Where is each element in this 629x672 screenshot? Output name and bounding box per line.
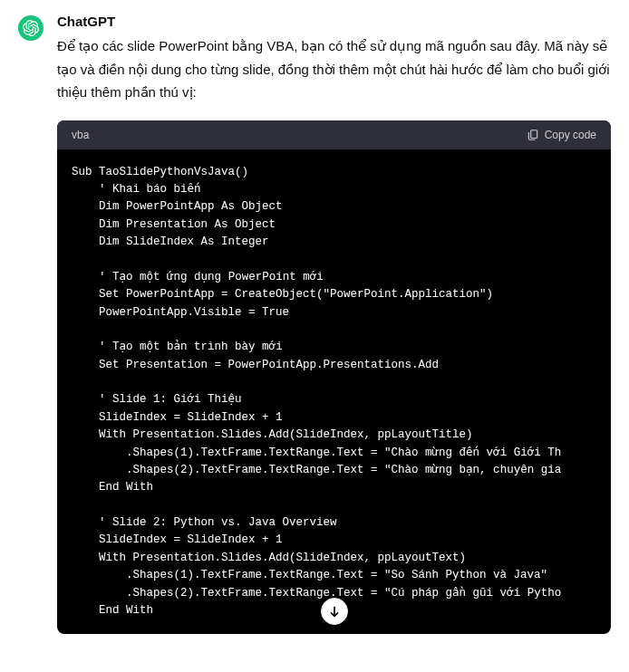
arrow-down-icon — [327, 604, 342, 619]
assistant-avatar — [18, 15, 44, 41]
message-content: ChatGPT Để tạo các slide PowerPoint bằng… — [57, 14, 611, 634]
copy-code-label: Copy code — [545, 129, 596, 141]
svg-rect-0 — [530, 130, 537, 138]
chatgpt-logo-icon — [23, 20, 39, 36]
clipboard-icon — [527, 129, 539, 141]
assistant-name: ChatGPT — [57, 14, 611, 29]
code-header: vba Copy code — [57, 120, 611, 149]
scroll-down-button[interactable] — [321, 598, 348, 625]
code-language-label: vba — [72, 129, 89, 141]
code-block: vba Copy code Sub TaoSlidePythonVsJava()… — [57, 120, 611, 635]
message-text: Để tạo các slide PowerPoint bằng VBA, bạ… — [57, 34, 611, 104]
code-content[interactable]: Sub TaoSlidePythonVsJava() ' Khai báo bi… — [57, 149, 611, 635]
copy-code-button[interactable]: Copy code — [527, 129, 596, 141]
assistant-message: ChatGPT Để tạo các slide PowerPoint bằng… — [18, 14, 611, 634]
